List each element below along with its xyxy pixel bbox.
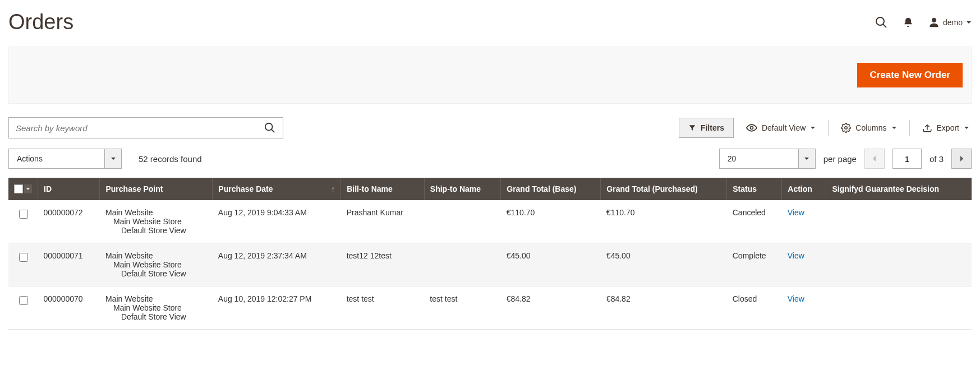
- col-signifyd[interactable]: Signifyd Guarantee Decision: [826, 178, 972, 200]
- divider: [909, 120, 910, 136]
- svg-line-1: [883, 24, 886, 27]
- of-pages: of 3: [930, 154, 944, 164]
- svg-point-5: [845, 127, 848, 130]
- chevron-down-icon: [966, 20, 972, 25]
- cell-signifyd: [826, 243, 972, 286]
- col-ship-to[interactable]: Ship-to Name: [424, 178, 500, 200]
- cell-purchase-date: Aug 10, 2019 12:02:27 PM: [213, 286, 341, 330]
- create-new-order-button[interactable]: Create New Order: [857, 63, 963, 87]
- search-icon: [264, 122, 276, 134]
- action-bar: Create New Order: [8, 47, 972, 104]
- funnel-icon: [688, 124, 696, 132]
- filters-button[interactable]: Filters: [679, 118, 734, 138]
- filters-label: Filters: [701, 123, 724, 132]
- notifications-icon[interactable]: [903, 17, 914, 28]
- orders-table: ID Purchase Point Purchase Date↑ Bill-to…: [8, 178, 972, 330]
- cell-signifyd: [826, 200, 972, 243]
- cell-signifyd: [826, 286, 972, 330]
- default-view-dropdown[interactable]: Default View: [744, 122, 818, 133]
- chevron-down-icon: [798, 149, 815, 168]
- cell-ship-to: [424, 243, 500, 286]
- search-submit-button[interactable]: [257, 118, 283, 138]
- table-row: 000000070 Main Website Main Website Stor…: [8, 286, 972, 330]
- cell-status: Canceled: [727, 200, 782, 243]
- svg-point-2: [265, 123, 273, 131]
- svg-point-0: [876, 17, 884, 25]
- col-purchase-date[interactable]: Purchase Date↑: [213, 178, 341, 200]
- search-box: [8, 117, 283, 138]
- export-label: Export: [937, 123, 959, 132]
- col-grand-purchased[interactable]: Grand Total (Purchased): [601, 178, 727, 200]
- col-status[interactable]: Status: [727, 178, 782, 200]
- cell-bill-to: Prashant Kumar: [341, 200, 425, 243]
- columns-dropdown[interactable]: Columns: [839, 123, 899, 133]
- divider: [828, 120, 829, 136]
- page-size-value: 20: [720, 149, 798, 168]
- eye-icon: [746, 122, 757, 133]
- cell-grand-purchased: €45.00: [601, 243, 727, 286]
- cell-grand-base: €84.82: [501, 286, 601, 330]
- sort-asc-icon: ↑: [331, 184, 335, 193]
- per-page-label: per page: [823, 154, 857, 164]
- cell-id: 000000070: [38, 286, 100, 330]
- actions-label: Actions: [9, 149, 104, 168]
- default-view-label: Default View: [762, 123, 806, 132]
- view-link[interactable]: View: [788, 294, 804, 303]
- row-checkbox[interactable]: [19, 296, 28, 305]
- table-row: 000000071 Main Website Main Website Stor…: [8, 243, 972, 286]
- col-bill-to[interactable]: Bill-to Name: [341, 178, 425, 200]
- cell-purchase-date: Aug 12, 2019 2:37:34 AM: [213, 243, 341, 286]
- cell-purchase-point: Main Website Main Website Store Default …: [100, 200, 213, 243]
- page-size-select[interactable]: 20: [719, 149, 816, 169]
- col-purchase-date-label: Purchase Date: [218, 184, 273, 193]
- chevron-down-icon: [891, 125, 897, 131]
- cell-ship-to: test test: [424, 286, 500, 330]
- cell-bill-to: test12 12test: [341, 243, 425, 286]
- cell-status: Closed: [727, 286, 782, 330]
- view-link[interactable]: View: [788, 251, 804, 260]
- cell-grand-purchased: €110.70: [601, 200, 727, 243]
- cell-purchase-point: Main Website Main Website Store Default …: [100, 243, 213, 286]
- search-icon[interactable]: [875, 16, 888, 29]
- records-found: 52 records found: [139, 154, 202, 164]
- col-grand-base[interactable]: Grand Total (Base): [501, 178, 601, 200]
- cell-grand-purchased: €84.82: [601, 286, 727, 330]
- actions-dropdown[interactable]: Actions: [8, 149, 122, 169]
- search-input[interactable]: [9, 119, 257, 137]
- chevron-down-icon: [964, 125, 969, 131]
- select-all-checkbox[interactable]: [14, 184, 23, 193]
- col-purchase-point[interactable]: Purchase Point: [100, 178, 213, 200]
- row-checkbox[interactable]: [19, 253, 28, 262]
- prev-page-button[interactable]: [864, 149, 885, 169]
- svg-point-4: [750, 127, 753, 130]
- view-link[interactable]: View: [788, 208, 804, 217]
- export-dropdown[interactable]: Export: [920, 123, 972, 133]
- cell-grand-base: €45.00: [501, 243, 601, 286]
- user-icon: [928, 17, 940, 28]
- page-title: Orders: [8, 10, 73, 34]
- cell-purchase-point: Main Website Main Website Store Default …: [100, 286, 213, 330]
- user-label: demo: [943, 18, 963, 27]
- chevron-down-icon: [810, 125, 816, 131]
- table-row: 000000072 Main Website Main Website Stor…: [8, 200, 972, 243]
- cell-id: 000000072: [38, 200, 100, 243]
- next-page-button[interactable]: [951, 149, 972, 169]
- current-page-input[interactable]: [892, 149, 922, 169]
- cell-ship-to: [424, 200, 500, 243]
- col-action[interactable]: Action: [782, 178, 826, 200]
- chevron-right-icon: [959, 155, 964, 162]
- col-id[interactable]: ID: [38, 178, 100, 200]
- cell-status: Complete: [727, 243, 782, 286]
- columns-label: Columns: [855, 123, 886, 132]
- cell-bill-to: test test: [341, 286, 425, 330]
- export-icon: [922, 123, 932, 133]
- row-checkbox[interactable]: [19, 210, 28, 219]
- cell-id: 000000071: [38, 243, 100, 286]
- col-checkbox[interactable]: [8, 178, 38, 200]
- select-all-dropdown[interactable]: [24, 184, 32, 193]
- cell-grand-base: €110.70: [501, 200, 601, 243]
- chevron-down-icon: [104, 149, 121, 168]
- user-menu[interactable]: demo: [928, 17, 972, 28]
- chevron-left-icon: [872, 155, 877, 162]
- cell-purchase-date: Aug 12, 2019 9:04:33 AM: [213, 200, 341, 243]
